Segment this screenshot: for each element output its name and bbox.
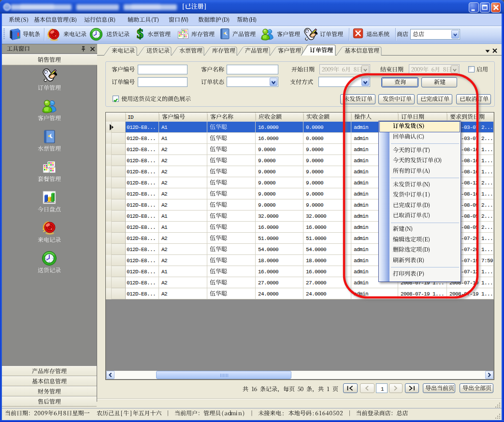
svg-text:$: $ [137,28,144,40]
